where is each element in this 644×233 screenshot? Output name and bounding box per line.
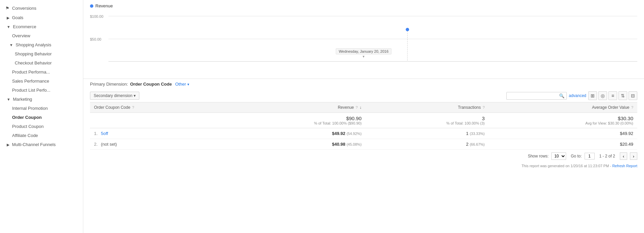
view-icon-circle[interactable]: ◎ <box>598 91 607 100</box>
sort-arrow-icon: ↓ <box>360 105 362 110</box>
sidebar-item-sales-performance[interactable]: Sales Performance <box>0 77 83 86</box>
secondary-dim-btn[interactable]: Secondary dimension ▾ <box>90 92 139 100</box>
sidebar-item-multi-channel[interactable]: ▶ Multi-Channel Funnels <box>0 140 83 149</box>
chart-legend: Revenue <box>90 3 637 8</box>
pagination-bar: Show rows: 10 25 50 Go to: 1 - 2 of 2 ‹ … <box>83 150 644 162</box>
col-header-order-coupon-code[interactable]: Order Coupon Code ? <box>90 102 218 113</box>
totals-transactions-main: 3 <box>370 115 485 121</box>
sidebar-item-affiliate-code[interactable]: Affiliate Code <box>0 131 83 140</box>
refresh-report-link[interactable]: Refresh Report <box>612 164 637 168</box>
view-icon-sort[interactable]: ⇅ <box>618 91 627 100</box>
sidebar-item-product-list-performance[interactable]: Product List Perfo... <box>0 86 83 95</box>
col-header-transactions[interactable]: Transactions ? <box>366 102 489 113</box>
row-2-coupon-link[interactable]: (not set) <box>101 142 117 147</box>
chart-data-point <box>406 28 409 31</box>
y-label-100: $100.00 <box>90 14 103 18</box>
sidebar-item-overview[interactable]: Overview <box>0 31 83 40</box>
main-content: Revenue $100.00 $50.00 Wednesday, Janu <box>83 0 644 233</box>
sidebar-item-product-performance[interactable]: Product Performa... <box>0 67 83 77</box>
toolbar: Secondary dimension ▾ 🔍 advanced ⊞ ◎ ≡ ⇅… <box>83 89 644 102</box>
arrow-down-icon: ▼ <box>7 25 10 29</box>
chart-area: Revenue $100.00 $50.00 Wednesday, Janu <box>83 0 644 77</box>
date-annotation: Wednesday, January 20, 2016 ▾ <box>336 48 392 59</box>
totals-revenue-sub: % of Total: 100.00% ($90.90) <box>222 121 362 125</box>
legend-dot-revenue <box>90 4 93 8</box>
table-row: 2. (not set) $40.98 (45.08%) 2 (66.67%) … <box>90 139 637 150</box>
totals-revenue: $90.90 % of Total: 100.00% ($90.90) <box>218 113 366 128</box>
row-2-transactions: 2 (66.67%) <box>366 139 489 150</box>
sidebar-item-ecommerce[interactable]: ▼ Ecommerce <box>0 22 83 31</box>
row-1-avg-order: $49.92 <box>489 128 637 139</box>
totals-transactions-sub: % of Total: 100.00% (3) <box>370 121 485 125</box>
sidebar-item-checkout-behavior[interactable]: Checkout Behavior <box>0 58 83 67</box>
show-rows-label: Show rows: <box>528 154 549 158</box>
table-row: 1. 5off $49.92 (54.92%) 1 (33.33%) $49.9… <box>90 128 637 139</box>
report-footer: This report was generated on 1/20/16 at … <box>83 162 644 171</box>
totals-revenue-main: $90.90 <box>222 115 362 121</box>
view-icon-list[interactable]: ≡ <box>608 91 617 100</box>
primary-dimension-bar: Primary Dimension: Order Coupon Code Oth… <box>83 79 644 89</box>
next-page-button[interactable]: › <box>630 152 637 160</box>
row-1-coupon-link[interactable]: 5off <box>101 131 108 136</box>
row-1-transactions: 1 (33.33%) <box>366 128 489 139</box>
data-table: Order Coupon Code ? Revenue ? ↓ Transact… <box>90 102 637 150</box>
search-input[interactable] <box>509 93 559 98</box>
totals-label <box>90 113 218 128</box>
primary-dim-value: Order Coupon Code <box>130 82 172 87</box>
chart-svg: $100.00 $50.00 <box>90 11 637 72</box>
sidebar-item-goals[interactable]: ▶ Goals <box>0 13 83 22</box>
totals-avg-main: $30.30 <box>493 115 633 121</box>
sidebar-conversions-header[interactable]: ⚑ Conversions <box>0 3 83 13</box>
report-text: This report was generated on 1/20/16 at … <box>521 164 611 168</box>
view-icon-grid[interactable]: ⊞ <box>588 91 597 100</box>
table-wrapper: Order Coupon Code ? Revenue ? ↓ Transact… <box>83 102 644 150</box>
col-header-avg-order-value[interactable]: Average Order Value ? <box>489 102 637 113</box>
chart-svg-container: $100.00 $50.00 Wednesday, January 20, 20… <box>90 11 637 72</box>
sidebar-item-marketing[interactable]: ▼ Marketing <box>0 95 83 104</box>
search-icon: 🔍 <box>559 93 564 98</box>
help-icon-2: ? <box>482 105 485 109</box>
sidebar-item-internal-promotion[interactable]: Internal Promotion <box>0 104 83 113</box>
arrow-down-icon-2: ▼ <box>9 43 13 47</box>
row-2-avg-order: $20.49 <box>489 139 637 150</box>
legend-label-revenue: Revenue <box>95 3 113 8</box>
table-header: Order Coupon Code ? Revenue ? ↓ Transact… <box>90 102 637 113</box>
sidebar-conversions-label: Conversions <box>12 6 36 11</box>
sidebar-item-product-coupon[interactable]: Product Coupon <box>0 122 83 131</box>
arrow-right-icon: ▶ <box>7 16 9 20</box>
page-range: 1 - 2 of 2 <box>599 154 615 158</box>
primary-dim-label: Primary Dimension: <box>90 82 128 87</box>
totals-avg-order-value: $30.30 Avg for View: $30.30 (0.00%) <box>489 113 637 128</box>
other-arrow-icon: ▾ <box>187 82 189 86</box>
row-1-revenue: $49.92 (54.92%) <box>218 128 366 139</box>
goto-label: Go to: <box>571 154 582 158</box>
other-dimension-link[interactable]: Other ▾ <box>175 82 189 87</box>
sidebar: ⚑ Conversions ▶ Goals ▼ Ecommerce Overvi… <box>0 0 83 233</box>
help-icon-0: ? <box>132 105 134 109</box>
flag-icon: ⚑ <box>5 6 9 11</box>
date-label: Wednesday, January 20, 2016 <box>336 48 392 54</box>
chevron-down-icon: ▾ <box>134 93 136 98</box>
goto-input[interactable] <box>585 153 595 159</box>
row-2-coupon-code: 2. (not set) <box>90 139 218 150</box>
prev-page-button[interactable]: ‹ <box>620 152 627 160</box>
search-box: 🔍 <box>506 92 567 100</box>
row-1-coupon-code: 1. 5off <box>90 128 218 139</box>
totals-avg-sub: Avg for View: $30.30 (0.00%) <box>493 121 633 125</box>
rows-select[interactable]: 10 25 50 <box>551 152 566 160</box>
sidebar-item-shopping-analysis[interactable]: ▼ Shopping Analysis <box>0 40 83 49</box>
sidebar-item-order-coupon[interactable]: Order Coupon <box>0 113 83 122</box>
table-body: $90.90 % of Total: 100.00% ($90.90) 3 % … <box>90 113 637 150</box>
arrow-right-icon-2: ▶ <box>7 143 9 147</box>
y-label-50: $50.00 <box>90 37 101 41</box>
sidebar-item-shopping-behavior[interactable]: Shopping Behavior <box>0 49 83 58</box>
view-icons: ⊞ ◎ ≡ ⇅ ⊟ <box>588 91 637 100</box>
toolbar-right: 🔍 advanced ⊞ ◎ ≡ ⇅ ⊟ <box>506 91 637 100</box>
row-2-revenue: $40.98 (45.08%) <box>218 139 366 150</box>
advanced-link[interactable]: advanced <box>569 93 586 98</box>
view-icon-table[interactable]: ⊟ <box>629 91 637 100</box>
help-icon-1: ? <box>356 105 358 109</box>
totals-row: $90.90 % of Total: 100.00% ($90.90) 3 % … <box>90 113 637 128</box>
col-header-revenue[interactable]: Revenue ? ↓ <box>218 102 366 113</box>
help-icon-3: ? <box>631 105 633 109</box>
